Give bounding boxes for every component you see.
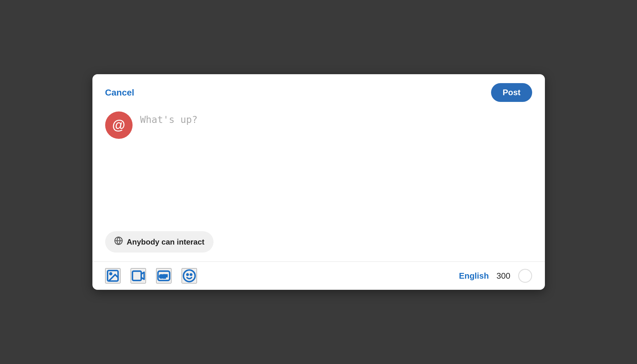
cancel-button[interactable]: Cancel — [105, 88, 134, 98]
globe-icon — [114, 236, 123, 247]
compose-input[interactable] — [140, 111, 532, 220]
compose-modal: Cancel Post @ Anybody can interact — [92, 74, 545, 290]
interaction-button[interactable]: Anybody can interact — [105, 231, 214, 253]
modal-header: Cancel Post — [92, 74, 545, 108]
toolbar-right: English 300 — [459, 269, 532, 283]
svg-point-9 — [190, 274, 192, 275]
svg-point-8 — [187, 274, 188, 275]
image-button[interactable] — [105, 268, 120, 283]
svg-rect-4 — [132, 271, 141, 280]
video-button[interactable] — [131, 268, 146, 283]
interaction-section: Anybody can interact — [92, 226, 545, 261]
avatar-at-icon: @ — [112, 118, 125, 132]
emoji-button[interactable] — [182, 268, 197, 283]
svg-point-7 — [183, 270, 195, 282]
svg-text:GIF: GIF — [159, 274, 167, 279]
avatar: @ — [105, 111, 133, 139]
compose-area: @ — [92, 108, 545, 226]
language-button[interactable]: English — [459, 271, 489, 281]
post-button[interactable]: Post — [491, 83, 532, 102]
interaction-label: Anybody can interact — [127, 238, 205, 246]
gif-button[interactable]: GIF — [156, 268, 171, 283]
svg-point-3 — [110, 273, 112, 275]
toolbar: GIF English 300 — [92, 262, 545, 290]
char-count: 300 — [496, 271, 510, 281]
progress-circle — [518, 269, 532, 283]
